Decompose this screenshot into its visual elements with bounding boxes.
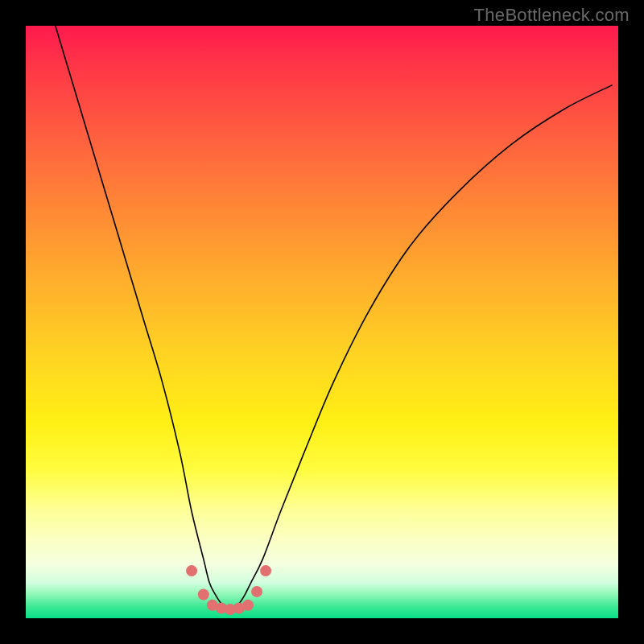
curve-line [56, 26, 613, 607]
chart-svg [26, 26, 618, 618]
watermark-text: TheBottleneck.com [474, 5, 630, 26]
plot-area [26, 26, 618, 618]
marker-dot [242, 600, 254, 611]
marker-dots [186, 565, 271, 615]
marker-dot [186, 565, 197, 576]
chart-stage: TheBottleneck.com [0, 0, 644, 644]
marker-dot [251, 586, 262, 597]
marker-dot [198, 589, 209, 601]
marker-dot [260, 565, 271, 576]
